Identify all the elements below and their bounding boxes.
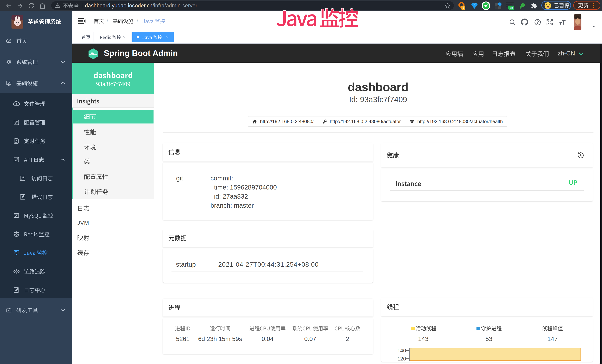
svg-text:1: 1 [462, 6, 464, 10]
svg-text:on: on [510, 6, 513, 9]
